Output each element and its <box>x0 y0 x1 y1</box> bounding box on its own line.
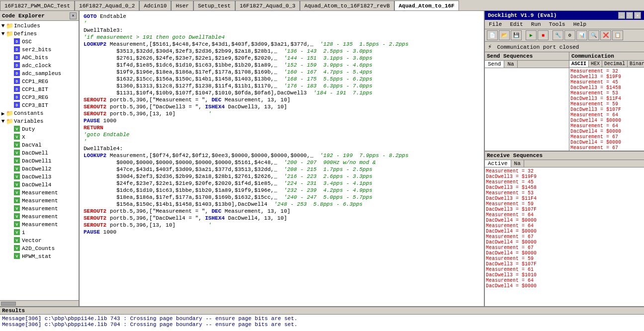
tab-7[interactable]: Aquad_Atom_to_16F <box>394 0 459 10</box>
tree-dacdwell4[interactable]: V DacDwell4 <box>0 181 79 189</box>
tree-constants[interactable]: ▶ 📁 Constants <box>0 109 79 117</box>
tree-defines[interactable]: ▼ 📁 Defines <box>0 30 79 38</box>
tree-container[interactable]: ▼ 📁 Includes ▼ 📁 Defines D OSC D ser2_bi… <box>0 21 79 300</box>
tree-dacdwell[interactable]: V DacDwell <box>0 149 79 157</box>
expand-arrow: ▼ <box>0 118 6 124</box>
code-line: $24fe,$23e7,$22e1,$21e9,$20fe,$2020,$1f4… <box>84 180 480 187</box>
tree-ccp3reg[interactable]: D CCP3_REG <box>0 93 79 101</box>
tree-label: Measurement <box>22 222 58 228</box>
tree-ccp3bit[interactable]: D CCP3_BIT <box>0 101 79 109</box>
comm-tab-hex[interactable]: HEX <box>589 61 602 67</box>
tool2-button[interactable]: ⚙ <box>564 30 575 40</box>
tree-a2d[interactable]: V A2D_Counts <box>0 245 79 252</box>
code-line: $47ce,$43d1,$403f,$3d09,$3a21,$377d,$351… <box>84 166 480 173</box>
file-v-icon: V <box>14 166 21 172</box>
new-button[interactable]: 📄 <box>487 30 498 40</box>
tab-3[interactable]: Hser <box>171 0 193 10</box>
code-line: GOTO Endtable <box>84 13 480 20</box>
tab-1[interactable]: 16F1827_Aquad_0_2 <box>75 0 139 10</box>
comm-tab-decimal[interactable]: Decimal <box>602 61 628 67</box>
tree-x[interactable]: V X <box>0 133 79 141</box>
maximize-button[interactable]: □ <box>626 12 633 19</box>
menu-tools[interactable]: Tools <box>545 21 569 28</box>
comm-tab-ascii[interactable]: ASCII <box>569 61 589 67</box>
tree-adcclock[interactable]: D adc_clock <box>0 62 79 70</box>
communication-panel: Communication ASCII HEX Decimal Binary M… <box>569 52 644 151</box>
tool1-button[interactable]: 🔧 <box>552 30 563 40</box>
open-button[interactable]: 📂 <box>499 30 510 40</box>
tool3-button[interactable]: 📊 <box>576 30 587 40</box>
file-v-icon: V <box>14 181 21 188</box>
file-d-icon: D <box>14 54 21 61</box>
tree-hpwm[interactable]: V HPWM_stat <box>0 252 79 260</box>
minimize-button[interactable]: _ <box>618 12 625 19</box>
tree-dacdwell1[interactable]: V DacDwell1 <box>0 157 79 165</box>
tab-5[interactable]: 16F1827_Aquad_0_3 <box>235 0 300 10</box>
code-line: $1360,$1313,$12c8,$127f,$1238,$11f4,$11b… <box>84 83 480 89</box>
menu-edit[interactable]: Edit <box>506 21 527 28</box>
recv-tab-na[interactable]: Na <box>511 160 524 167</box>
tree-adcsample[interactable]: D adc_sampleus <box>0 70 79 78</box>
code-line: $19f9,$196e,$18ea,$186a,$17ef,$177a,$170… <box>84 69 480 76</box>
tool4-button[interactable]: 🔍 <box>588 30 599 40</box>
tree-i[interactable]: V i <box>0 229 79 237</box>
tree-meas1[interactable]: V Measurement <box>0 189 79 197</box>
tree-label: DacDwell1 <box>22 158 51 164</box>
docklight-menubar: File Edit Run Tools Help <box>485 20 644 29</box>
tree-osc[interactable]: D OSC <box>0 38 79 46</box>
result-line-0: Message[306] c:\pbp\pbppi14e.lib 743 : C… <box>2 316 642 322</box>
run-button[interactable]: ▶ <box>526 30 537 40</box>
tree-label: Vector <box>22 238 42 244</box>
tree-dacdwell3[interactable]: V DacDwell3 <box>0 173 79 181</box>
tree-label: DacDwell2 <box>22 166 51 172</box>
code-editor: GOTO Endtable ' DwellTable3: 'if measure… <box>80 11 485 306</box>
file-d-icon: D <box>14 94 21 101</box>
docklight-toolbar: 📄 📂 💾 ▶ ■ 🔧 ⚙ 📊 🔍 ❌ 📋 <box>485 29 644 42</box>
file-v-icon: V <box>14 237 21 244</box>
tree-variables[interactable]: ▼ 📁 Variables <box>0 117 79 125</box>
tab-6[interactable]: Aquad_Atom_to_16F1827_revB <box>300 0 394 10</box>
menu-file[interactable]: File <box>485 21 506 28</box>
comm-content[interactable]: Measurement = 32DacDwell3 = $19F9Measure… <box>569 68 644 151</box>
tree-includes[interactable]: ▼ 📁 Includes <box>0 22 79 30</box>
tree-meas2[interactable]: V Measurement <box>0 197 79 205</box>
tool5-button[interactable]: ❌ <box>600 30 611 40</box>
tree-meas4[interactable]: V Measurement <box>0 213 79 221</box>
send-sequences-panel: Send Sequences Send Na <box>485 52 569 151</box>
file-d-icon: D <box>14 70 21 77</box>
tree-meas5[interactable]: V Measurement <box>0 221 79 229</box>
tree-label: i <box>22 230 25 236</box>
code-content[interactable]: GOTO Endtable ' DwellTable3: 'if measure… <box>80 11 484 306</box>
code-line: 'goto Endtable <box>84 131 480 138</box>
tree-ser2bits[interactable]: D ser2_bits <box>0 46 79 54</box>
tree-ccp1reg[interactable]: D CCP1_REG <box>0 78 79 85</box>
tree-dacval[interactable]: V DacVal <box>0 141 79 149</box>
send-tab-na[interactable]: Na <box>504 61 517 68</box>
status-text: Communication port closed <box>497 44 579 50</box>
main-container: Code Explorer ✕ ▼ 📁 Includes ▼ 📁 Defines… <box>0 11 644 306</box>
save-button[interactable]: 💾 <box>511 30 522 40</box>
tab-0[interactable]: 16F1827_PWM_DAC_Test <box>0 0 75 10</box>
tree-label: Defines <box>14 31 37 37</box>
send-tab-send[interactable]: Send <box>485 61 504 68</box>
stop-button[interactable]: ■ <box>538 30 549 40</box>
tool6-button[interactable]: 📋 <box>612 30 623 40</box>
menu-help[interactable]: Help <box>569 21 590 28</box>
tree-adcbits[interactable]: D ADC_bits <box>0 54 79 62</box>
tree-duty[interactable]: V Duty <box>0 125 79 133</box>
close-button[interactable]: ✕ <box>70 12 77 19</box>
recv-tab-active[interactable]: Active <box>485 160 511 167</box>
horizontal-scrollbar[interactable] <box>0 300 79 306</box>
close-window-button[interactable]: ✕ <box>634 12 641 19</box>
tree-vector[interactable]: V Vector <box>0 237 79 245</box>
recv-content[interactable]: Measurement = 32DacDwell3 = $19F9Measure… <box>485 167 644 306</box>
communication-header: Communication <box>569 52 644 61</box>
tree-meas3[interactable]: V Measurement <box>0 205 79 213</box>
comm-tab-binary[interactable]: Binary <box>628 61 644 67</box>
folder-icon: 📁 <box>6 110 13 117</box>
tree-dacdwell2[interactable]: V DacDwell2 <box>0 165 79 173</box>
tree-ccp1bit[interactable]: D CCP1_BIT <box>0 85 79 93</box>
tab-2[interactable]: Adcin10 <box>139 0 171 10</box>
menu-run[interactable]: Run <box>527 21 545 28</box>
tab-4[interactable]: Setup_test <box>193 0 235 10</box>
